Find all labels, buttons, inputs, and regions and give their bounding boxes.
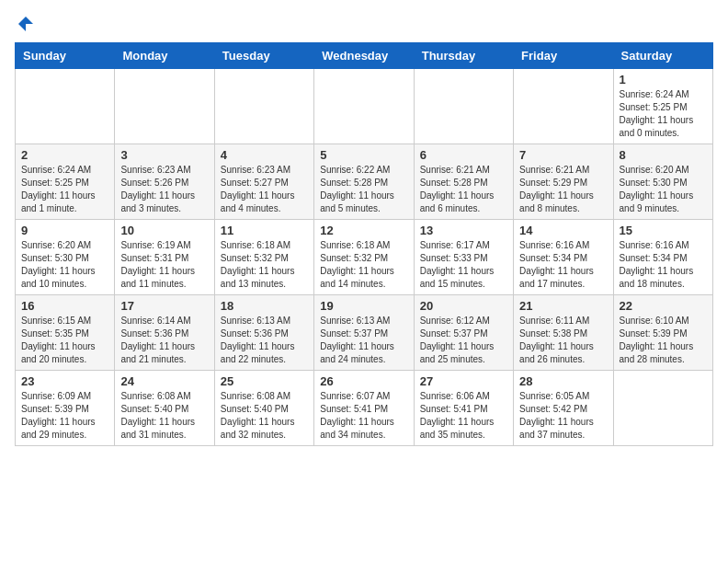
calendar-cell bbox=[314, 69, 414, 144]
day-number: 5 bbox=[320, 148, 407, 162]
day-info: Sunrise: 6:05 AM Sunset: 5:42 PM Dayligh… bbox=[519, 390, 607, 442]
calendar-cell: 3Sunrise: 6:23 AM Sunset: 5:26 PM Daylig… bbox=[115, 144, 214, 220]
calendar-cell: 9Sunrise: 6:20 AM Sunset: 5:30 PM Daylig… bbox=[16, 220, 115, 295]
day-info: Sunrise: 6:23 AM Sunset: 5:27 PM Dayligh… bbox=[221, 164, 308, 215]
day-info: Sunrise: 6:18 AM Sunset: 5:32 PM Dayligh… bbox=[221, 239, 308, 291]
day-info: Sunrise: 6:18 AM Sunset: 5:32 PM Dayligh… bbox=[320, 239, 407, 291]
calendar-header-sunday: Sunday bbox=[16, 43, 115, 69]
calendar-cell: 12Sunrise: 6:18 AM Sunset: 5:32 PM Dayli… bbox=[314, 220, 414, 295]
calendar-cell: 20Sunrise: 6:12 AM Sunset: 5:37 PM Dayli… bbox=[414, 295, 513, 371]
calendar-cell: 22Sunrise: 6:10 AM Sunset: 5:39 PM Dayli… bbox=[613, 295, 712, 371]
page-header bbox=[15, 15, 713, 33]
calendar-cell: 10Sunrise: 6:19 AM Sunset: 5:31 PM Dayli… bbox=[115, 220, 214, 295]
day-info: Sunrise: 6:09 AM Sunset: 5:39 PM Dayligh… bbox=[21, 390, 108, 442]
day-number: 14 bbox=[519, 224, 607, 237]
day-info: Sunrise: 6:16 AM Sunset: 5:34 PM Dayligh… bbox=[519, 239, 607, 291]
calendar-cell: 14Sunrise: 6:16 AM Sunset: 5:34 PM Dayli… bbox=[514, 220, 613, 295]
calendar-cell: 21Sunrise: 6:11 AM Sunset: 5:38 PM Dayli… bbox=[514, 295, 613, 371]
day-info: Sunrise: 6:20 AM Sunset: 5:30 PM Dayligh… bbox=[620, 164, 707, 215]
calendar-week-row: 23Sunrise: 6:09 AM Sunset: 5:39 PM Dayli… bbox=[16, 371, 713, 446]
calendar-cell: 13Sunrise: 6:17 AM Sunset: 5:33 PM Dayli… bbox=[414, 220, 513, 295]
calendar-cell: 6Sunrise: 6:21 AM Sunset: 5:28 PM Daylig… bbox=[414, 144, 513, 220]
day-info: Sunrise: 6:17 AM Sunset: 5:33 PM Dayligh… bbox=[420, 239, 507, 291]
day-info: Sunrise: 6:15 AM Sunset: 5:35 PM Dayligh… bbox=[21, 315, 108, 366]
day-number: 12 bbox=[320, 224, 407, 237]
day-number: 23 bbox=[21, 374, 108, 388]
calendar-header-saturday: Saturday bbox=[613, 43, 712, 69]
calendar-cell: 2Sunrise: 6:24 AM Sunset: 5:25 PM Daylig… bbox=[16, 144, 115, 220]
calendar-week-row: 1Sunrise: 6:24 AM Sunset: 5:25 PM Daylig… bbox=[16, 69, 713, 144]
calendar-header-thursday: Thursday bbox=[414, 43, 513, 69]
calendar-header-friday: Friday bbox=[514, 43, 613, 69]
day-number: 10 bbox=[120, 224, 208, 237]
calendar-cell bbox=[214, 69, 313, 144]
day-info: Sunrise: 6:10 AM Sunset: 5:39 PM Dayligh… bbox=[620, 315, 707, 366]
calendar-header-row: SundayMondayTuesdayWednesdayThursdayFrid… bbox=[16, 43, 713, 69]
day-info: Sunrise: 6:21 AM Sunset: 5:29 PM Dayligh… bbox=[519, 164, 607, 215]
day-info: Sunrise: 6:14 AM Sunset: 5:36 PM Dayligh… bbox=[120, 315, 208, 366]
calendar-body: 1Sunrise: 6:24 AM Sunset: 5:25 PM Daylig… bbox=[16, 69, 713, 446]
day-number: 24 bbox=[120, 374, 208, 388]
day-info: Sunrise: 6:21 AM Sunset: 5:28 PM Dayligh… bbox=[420, 164, 507, 215]
calendar-cell: 15Sunrise: 6:16 AM Sunset: 5:34 PM Dayli… bbox=[613, 220, 712, 295]
day-number: 2 bbox=[21, 148, 108, 162]
calendar-cell bbox=[16, 69, 115, 144]
day-number: 4 bbox=[221, 148, 308, 162]
calendar-cell: 26Sunrise: 6:07 AM Sunset: 5:41 PM Dayli… bbox=[314, 371, 414, 446]
calendar-header-tuesday: Tuesday bbox=[214, 43, 313, 69]
calendar-cell bbox=[414, 69, 513, 144]
calendar-cell: 28Sunrise: 6:05 AM Sunset: 5:42 PM Dayli… bbox=[514, 371, 613, 446]
day-info: Sunrise: 6:23 AM Sunset: 5:26 PM Dayligh… bbox=[120, 164, 208, 215]
day-info: Sunrise: 6:24 AM Sunset: 5:25 PM Dayligh… bbox=[21, 164, 108, 215]
day-number: 27 bbox=[420, 374, 507, 388]
day-number: 20 bbox=[420, 299, 507, 313]
day-number: 11 bbox=[221, 224, 308, 237]
calendar-cell: 19Sunrise: 6:13 AM Sunset: 5:37 PM Dayli… bbox=[314, 295, 414, 371]
day-number: 7 bbox=[519, 148, 607, 162]
logo bbox=[15, 15, 37, 33]
calendar-cell: 7Sunrise: 6:21 AM Sunset: 5:29 PM Daylig… bbox=[514, 144, 613, 220]
calendar-cell: 1Sunrise: 6:24 AM Sunset: 5:25 PM Daylig… bbox=[613, 69, 712, 144]
calendar-cell bbox=[613, 371, 712, 446]
day-info: Sunrise: 6:19 AM Sunset: 5:31 PM Dayligh… bbox=[120, 239, 208, 291]
day-info: Sunrise: 6:08 AM Sunset: 5:40 PM Dayligh… bbox=[221, 390, 308, 442]
calendar-cell: 24Sunrise: 6:08 AM Sunset: 5:40 PM Dayli… bbox=[115, 371, 214, 446]
day-info: Sunrise: 6:20 AM Sunset: 5:30 PM Dayligh… bbox=[21, 239, 108, 291]
calendar-cell: 5Sunrise: 6:22 AM Sunset: 5:28 PM Daylig… bbox=[314, 144, 414, 220]
day-info: Sunrise: 6:11 AM Sunset: 5:38 PM Dayligh… bbox=[519, 315, 607, 366]
day-number: 26 bbox=[320, 374, 407, 388]
calendar-cell: 17Sunrise: 6:14 AM Sunset: 5:36 PM Dayli… bbox=[115, 295, 214, 371]
calendar-cell: 8Sunrise: 6:20 AM Sunset: 5:30 PM Daylig… bbox=[613, 144, 712, 220]
day-number: 19 bbox=[320, 299, 407, 313]
calendar-cell: 25Sunrise: 6:08 AM Sunset: 5:40 PM Dayli… bbox=[214, 371, 313, 446]
calendar-week-row: 16Sunrise: 6:15 AM Sunset: 5:35 PM Dayli… bbox=[16, 295, 713, 371]
day-number: 25 bbox=[221, 374, 308, 388]
calendar-week-row: 9Sunrise: 6:20 AM Sunset: 5:30 PM Daylig… bbox=[16, 220, 713, 295]
calendar-cell: 27Sunrise: 6:06 AM Sunset: 5:41 PM Dayli… bbox=[414, 371, 513, 446]
day-info: Sunrise: 6:13 AM Sunset: 5:37 PM Dayligh… bbox=[320, 315, 407, 366]
day-number: 8 bbox=[620, 148, 707, 162]
day-number: 13 bbox=[420, 224, 507, 237]
day-number: 22 bbox=[620, 299, 707, 313]
day-number: 1 bbox=[620, 73, 707, 86]
day-info: Sunrise: 6:07 AM Sunset: 5:41 PM Dayligh… bbox=[320, 390, 407, 442]
day-number: 9 bbox=[21, 224, 108, 237]
calendar-cell bbox=[115, 69, 214, 144]
day-number: 17 bbox=[120, 299, 208, 313]
day-number: 16 bbox=[21, 299, 108, 313]
day-number: 6 bbox=[420, 148, 507, 162]
logo-icon bbox=[17, 15, 35, 33]
day-number: 21 bbox=[519, 299, 607, 313]
day-info: Sunrise: 6:12 AM Sunset: 5:37 PM Dayligh… bbox=[420, 315, 507, 366]
day-number: 18 bbox=[221, 299, 308, 313]
calendar-cell: 4Sunrise: 6:23 AM Sunset: 5:27 PM Daylig… bbox=[214, 144, 313, 220]
day-info: Sunrise: 6:22 AM Sunset: 5:28 PM Dayligh… bbox=[320, 164, 407, 215]
day-info: Sunrise: 6:13 AM Sunset: 5:36 PM Dayligh… bbox=[221, 315, 308, 366]
day-number: 15 bbox=[620, 224, 707, 237]
day-number: 28 bbox=[519, 374, 607, 388]
calendar-cell: 23Sunrise: 6:09 AM Sunset: 5:39 PM Dayli… bbox=[16, 371, 115, 446]
day-number: 3 bbox=[120, 148, 208, 162]
calendar-header-wednesday: Wednesday bbox=[314, 43, 414, 69]
calendar-header-monday: Monday bbox=[115, 43, 214, 69]
calendar-cell: 16Sunrise: 6:15 AM Sunset: 5:35 PM Dayli… bbox=[16, 295, 115, 371]
